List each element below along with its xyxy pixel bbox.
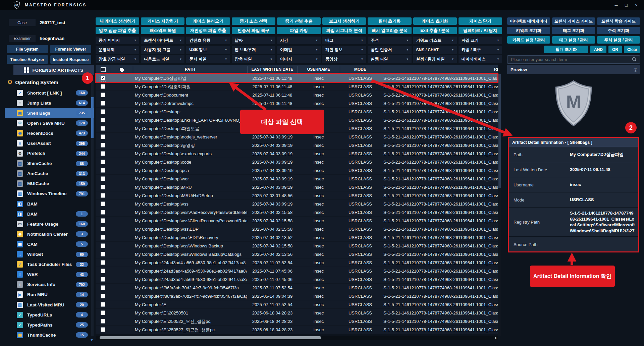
sidebar-item[interactable]: ✓ TypedURLs 4 (5, 310, 94, 320)
table-row[interactable]: My Computer:\Desktop:\vss\Windows Backup… (96, 242, 498, 250)
row-checkbox[interactable] (101, 109, 105, 114)
filter-dropdown[interactable]: 개인 정보▼ (322, 46, 366, 54)
row-checkbox[interactable] (101, 168, 105, 173)
sidebar-item[interactable]: ◆ Notification Center 3 (5, 229, 94, 239)
table-row[interactable]: My Computer:\f86fa3ab-70d2-4fc7-9c99-fcb… (96, 284, 498, 292)
file-system-button[interactable]: File System (7, 45, 48, 53)
toolbar-action-button[interactable]: 인증서 파일 복구 (232, 27, 275, 34)
sidebar-item[interactable]: ⚙ Prefetch 244 (5, 149, 94, 159)
table-row[interactable]: My Computer:\Desktop:\wer 2025-07-04 03:… (96, 175, 498, 183)
table-row[interactable]: My Computer:\Desktop:\vss\Windows Backup… (96, 250, 498, 258)
row-checkbox[interactable] (101, 218, 105, 223)
toolbar-action-button[interactable]: 암호 잠금 파일 추출 (96, 27, 139, 34)
table-row[interactable]: My Computer:\D:\document 2025-07-11 06:1… (96, 91, 498, 99)
row-checkbox[interactable] (101, 126, 105, 131)
toolbar-action-button[interactable]: 새 케이스 생성하기 (96, 17, 139, 25)
row-checkbox[interactable] (101, 277, 105, 282)
toolbar-action-button[interactable]: 해시 알고리즘 분석 (368, 27, 411, 34)
toolbar-action-button[interactable]: 딥페이크 / AI 탐지 (459, 27, 502, 34)
sidebar-item[interactable]: ▤ Last-Visited MRU 20 (5, 300, 94, 310)
toolbar-action-button[interactable]: 케이스 초기화 (413, 17, 457, 25)
table-row[interactable]: My Computer:\Desktop:\vss\EDP\Recovery 2… (96, 233, 498, 242)
column-header-username[interactable]: USERNAME (298, 65, 340, 74)
row-checkbox[interactable] (101, 269, 105, 273)
maximize-icon[interactable]: □ (621, 0, 631, 10)
table-row[interactable]: My Computer:\E: 2025-07-11 07:52:54 inse… (96, 300, 498, 309)
filter-dropdown[interactable]: 사용자 및 그룹▼ (141, 46, 184, 54)
sidebar-item[interactable]: ▥ Windows Timeline 791 (5, 189, 94, 199)
table-horizontal-scrollbar-thumb[interactable] (100, 336, 321, 339)
or-button[interactable]: OR (608, 46, 622, 53)
right-reset-button[interactable]: 태그 초기화 (552, 27, 595, 34)
table-horizontal-scrollbar[interactable] (96, 336, 498, 340)
toolbar-action-button[interactable]: 파일 시그니처 분석 (322, 27, 366, 34)
filter-dropdown[interactable]: 시간▼ (277, 37, 321, 44)
table-row[interactable]: My Computer:\Desktop:\vss 2025-07-04 03:… (96, 200, 498, 208)
column-header-date[interactable]: LAST WRITTEN DATE (247, 65, 298, 74)
toolbar-action-button[interactable]: 보고서 생성하기 (322, 17, 366, 25)
filter-dropdown[interactable]: 파일 크기▼ (459, 37, 502, 44)
filter-dropdown[interactable]: 암호 잠금 파일▼ (96, 55, 139, 63)
sidebar-item[interactable]: ≡ UserAssist 295 (5, 138, 94, 148)
table-row[interactable]: My Computer:\Desktop:\pca 2025-07-04 03:… (96, 166, 498, 175)
toolbar-action-button[interactable]: 케이스 저장하기 (141, 17, 184, 25)
toolbar-action-button[interactable]: 증거 선별 추출 (277, 17, 321, 25)
filter-dropdown[interactable]: 문서 파일▼ (186, 55, 230, 63)
scroll-down-icon[interactable]: ▼ (90, 338, 94, 342)
row-checkbox[interactable] (101, 210, 105, 215)
row-checkbox[interactable] (101, 285, 105, 290)
sidebar-item[interactable]: i Services Info 792 (5, 280, 94, 290)
sidebar-item[interactable]: ⚙ Open / Save MRU 170 (5, 118, 94, 128)
row-checkbox[interactable] (101, 235, 105, 240)
right-nav-button[interactable]: 포렌식 학습 가이드 (597, 17, 640, 25)
filter-dropdown[interactable]: 운영체제▼ (96, 46, 139, 54)
filter-dropdown[interactable]: 설정 / 환경 파일▼ (413, 55, 457, 63)
table-row[interactable]: My Computer:\E:\250522_오전_샘플pc, 2025-06-… (96, 317, 498, 326)
table-row[interactable]: My Computer:\24ad3ad4-a569-4530-98e1-ab0… (96, 258, 498, 267)
sidebar-item[interactable]: ✓ TypedPaths 25 (5, 320, 94, 330)
sidebar-item[interactable]: ↓ WinGet 60 (5, 249, 94, 260)
row-checkbox[interactable] (101, 243, 105, 248)
right-reset-button[interactable]: 키워드 초기화 (507, 27, 550, 34)
row-checkbox[interactable] (101, 227, 105, 231)
toolbar-action-button[interactable]: 필터 초기화 (368, 17, 411, 25)
table-row[interactable]: My Computer:\Desktop:\vss\EDP 2025-07-04… (96, 225, 498, 233)
column-header-path[interactable]: PATH (133, 65, 247, 74)
sidebar-item[interactable]: ▤ MUICache 159 (5, 179, 94, 189)
sidebar-scrollbar-thumb[interactable] (91, 97, 94, 138)
table-row[interactable]: My Computer:\D:\잠금파일 2025-07-11 06:11:48… (96, 74, 498, 82)
filter-dropdown[interactable]: 카빙 / 복구▼ (459, 46, 502, 54)
row-checkbox[interactable] (101, 176, 105, 181)
filter-dropdown[interactable]: 웹 브라우저▼ (232, 46, 275, 54)
minimize-icon[interactable]: ─ (611, 0, 621, 10)
right-nav-button[interactable]: 아티팩트 네비게이터 (507, 17, 550, 25)
sidebar-item[interactable]: ▤ ShimCache 88 (5, 159, 94, 169)
sidebar-item[interactable]: ▣ Shell Bags 735 (5, 108, 94, 118)
table-row[interactable]: My Computer:\Desktop:\vss\ClientRecovery… (96, 217, 498, 225)
toolbar-action-button[interactable]: 패스워드 복원 (141, 27, 184, 34)
toolbar-action-button[interactable]: 케이스 닫기 (459, 17, 502, 25)
sidebar-item[interactable]: ✓ Task Scheduler Files 32 (5, 260, 94, 270)
table-row[interactable]: My Computer:\f86fa3ab-70d2-4fc7-9c99-fcb… (96, 292, 498, 300)
row-checkbox[interactable] (101, 327, 105, 332)
right-nav-button[interactable]: 포렌식 케이스 가이드 (552, 17, 595, 25)
close-icon[interactable]: × (631, 0, 641, 10)
filter-dropdown[interactable]: 날짜▼ (232, 37, 275, 44)
row-checkbox[interactable] (101, 185, 105, 189)
row-checkbox[interactable] (101, 160, 105, 164)
table-row[interactable]: My Computer:\D:\fromvictimpc 2025-07-11 … (96, 99, 498, 108)
filter-dropdown[interactable]: 컨텐츠 유형▼ (186, 37, 230, 44)
column-header-registry[interactable]: REG (494, 65, 498, 74)
toolbar-action-button[interactable]: 파일 카빙 (277, 27, 321, 34)
toolbar-action-button[interactable]: Exif 추출 / 분석 (413, 27, 457, 34)
table-row[interactable]: My Computer:\24ad3ad4-a569-4530-98e1-ab0… (96, 267, 498, 275)
and-button[interactable]: AND (590, 46, 606, 53)
sidebar-item[interactable]: ≡ Jump Lists 614 (5, 98, 94, 108)
row-checkbox[interactable] (101, 193, 105, 198)
row-checkbox[interactable] (101, 84, 105, 89)
filter-dropdown[interactable]: 실행 파일▼ (368, 55, 411, 63)
row-checkbox[interactable] (101, 134, 105, 139)
row-checkbox[interactable] (101, 76, 105, 80)
filter-dropdown[interactable]: 공인 인증서▼ (368, 46, 411, 54)
table-row[interactable]: My Computer:\Desktop:\동영상 2025-07-04 03:… (96, 141, 498, 150)
